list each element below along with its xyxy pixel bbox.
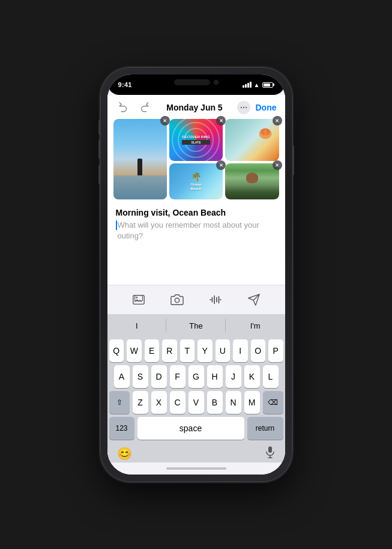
redo-button[interactable]: [136, 100, 152, 115]
done-button[interactable]: Done: [255, 103, 276, 112]
app-content: Monday Jun 5 Done: [107, 95, 285, 475]
space-key[interactable]: space: [137, 417, 244, 440]
key-s[interactable]: S: [133, 365, 148, 388]
key-b[interactable]: B: [207, 391, 223, 414]
svg-rect-9: [268, 446, 272, 453]
key-w[interactable]: W: [127, 339, 142, 362]
arrow-send-icon: [247, 293, 261, 306]
key-q[interactable]: Q: [109, 339, 124, 362]
key-a[interactable]: A: [114, 365, 130, 388]
dog-attachment: ✕: [225, 163, 279, 199]
microphone-icon: [265, 446, 276, 459]
send-tool[interactable]: [244, 290, 264, 309]
mic-key[interactable]: [265, 446, 276, 461]
signal-icon: [243, 82, 252, 88]
silent-button[interactable]: [98, 120, 100, 135]
note-editor[interactable]: Morning visit, Ocean Beach What will you…: [107, 204, 285, 246]
key-x[interactable]: X: [151, 391, 167, 414]
predict-item-2[interactable]: The: [166, 314, 226, 337]
dog-photo: [225, 163, 279, 199]
key-o[interactable]: O: [251, 339, 266, 362]
emoji-key[interactable]: 😊: [117, 446, 132, 461]
gallery-tool[interactable]: [129, 290, 148, 309]
remove-podcast-button[interactable]: ✕: [216, 116, 226, 126]
return-key[interactable]: return: [247, 417, 283, 440]
ocean-beach-attachment: 🌴 Ocean Beach ✕: [169, 163, 223, 199]
toolbar-title: Monday Jun 5: [166, 103, 222, 112]
svg-point-0: [241, 107, 242, 108]
note-placeholder: What will you remember most about your o…: [118, 220, 277, 241]
phone-frame: 9:41 ▲: [100, 67, 292, 482]
ellipsis-icon: [240, 103, 248, 112]
svg-point-8: [175, 298, 179, 302]
volume-up-button[interactable]: [98, 139, 100, 159]
key-h[interactable]: H: [207, 365, 223, 388]
ocean-beach-label: Ocean Beach: [190, 183, 201, 191]
toolbar-left: [116, 100, 152, 115]
key-g[interactable]: G: [188, 365, 204, 388]
camera-tool[interactable]: [167, 290, 187, 309]
key-t[interactable]: T: [180, 339, 195, 362]
key-d[interactable]: D: [151, 365, 167, 388]
power-button[interactable]: [292, 145, 294, 175]
key-p[interactable]: P: [268, 339, 283, 362]
beach-photo: [113, 119, 167, 199]
predict-item-3[interactable]: I'm: [226, 314, 285, 337]
key-j[interactable]: J: [226, 365, 241, 388]
ocean-beach-tile: 🌴 Ocean Beach: [169, 163, 223, 199]
gallery-icon: [132, 293, 145, 306]
notch-cutout: [166, 74, 226, 90]
remove-shell-button[interactable]: ✕: [273, 116, 282, 126]
front-camera: [214, 80, 219, 85]
beach-attachment: ✕: [113, 119, 167, 199]
remove-dog-button[interactable]: ✕: [273, 160, 282, 170]
shell-photo: [225, 119, 279, 161]
note-title: Morning visit, Ocean Beach: [116, 208, 277, 217]
waveform-icon: [209, 293, 222, 306]
key-f[interactable]: F: [170, 365, 185, 388]
more-button[interactable]: [237, 101, 250, 114]
key-m[interactable]: M: [244, 391, 260, 414]
camera-icon: [170, 293, 184, 306]
key-k[interactable]: K: [244, 365, 260, 388]
key-r[interactable]: R: [162, 339, 177, 362]
keyboard-row-2: A S D F G H J K L: [109, 365, 283, 388]
svg-rect-6: [134, 296, 142, 301]
editor-spacer: [107, 246, 285, 285]
podcast-title: DECODER RING: [182, 135, 210, 139]
podcast-cover: DECODER RING SLATE: [169, 119, 223, 161]
predictive-bar: I The I'm: [107, 314, 285, 337]
undo-button[interactable]: [116, 100, 131, 115]
volume-down-button[interactable]: [98, 165, 100, 184]
key-z[interactable]: Z: [133, 391, 148, 414]
predict-item-1[interactable]: I: [107, 314, 167, 337]
podcast-subtitle: SLATE: [182, 140, 210, 145]
input-toolbar: [107, 285, 285, 314]
keyboard-row-1: Q W E R T Y U I O P: [109, 339, 283, 362]
phone-screen: 9:41 ▲: [107, 74, 285, 475]
key-l[interactable]: L: [263, 365, 279, 388]
svg-point-7: [136, 297, 137, 299]
remove-beach-button[interactable]: ✕: [160, 116, 170, 126]
battery-icon: [262, 82, 274, 88]
editor-toolbar: Monday Jun 5 Done: [107, 95, 285, 119]
key-u[interactable]: U: [216, 339, 231, 362]
delete-key[interactable]: ⌫: [263, 391, 283, 414]
key-v[interactable]: V: [188, 391, 204, 414]
key-c[interactable]: C: [170, 391, 185, 414]
key-i[interactable]: I: [233, 339, 248, 362]
keyboard: Q W E R T Y U I O P A S D F G: [107, 337, 285, 443]
remove-ocean-beach-button[interactable]: ✕: [216, 160, 226, 170]
ocean-icon: 🌴: [191, 172, 201, 181]
key-y[interactable]: Y: [198, 339, 213, 362]
dynamic-island: [174, 79, 210, 85]
text-cursor: [116, 220, 117, 230]
audio-tool[interactable]: [206, 290, 225, 309]
toolbar-right: Done: [237, 101, 276, 114]
svg-point-2: [246, 107, 247, 108]
keyboard-row-3: ⇧ Z X C V B N M ⌫: [109, 391, 283, 414]
numbers-key[interactable]: 123: [109, 417, 134, 440]
key-n[interactable]: N: [226, 391, 241, 414]
shift-key[interactable]: ⇧: [109, 391, 130, 414]
key-e[interactable]: E: [145, 339, 160, 362]
